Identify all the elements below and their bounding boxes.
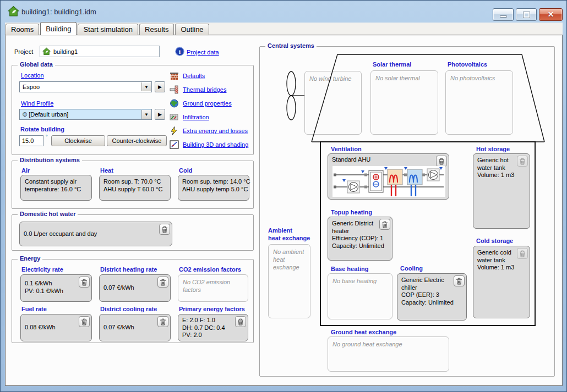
wind-profile-link[interactable]: Wind Profile [21,100,53,107]
cooling-line-1: COP (EER): 3 [401,291,462,299]
fuel-delete-button[interactable] [79,316,90,327]
wind-profile-select[interactable]: © [Default urban] ▼ [19,109,152,120]
tab-outline[interactable]: Outline [175,24,209,35]
building-3d-icon [170,140,179,149]
defaults-icon [170,71,179,80]
ventilation-box[interactable]: Standard AHU [328,153,449,200]
district-heating-delete-button[interactable] [157,277,168,288]
cold-distribution-box[interactable]: Room sup. temp: 14.0 °C AHU supply temp … [178,175,249,201]
cooling-delete-button[interactable] [454,275,465,286]
cooling-box[interactable]: Generic Electric chiller COP (EER): 3 Ca… [397,273,467,321]
cooling-header: Cooling [400,265,423,272]
project-data-link[interactable]: Project data [187,49,219,56]
ground-properties-link[interactable]: Ground properties [183,100,232,107]
infiltration-link[interactable]: Infiltration [183,114,209,120]
electricity-delete-button[interactable] [79,277,90,288]
central-systems-title: Central systems [265,42,317,49]
electricity-line-1: 0.1 €/kWh [25,280,88,288]
rotation-angle-input[interactable] [19,135,43,146]
trash-icon [81,279,88,286]
topup-heating-header: Topup heating [331,209,372,216]
topup-heating-delete-button[interactable] [379,219,390,230]
ambient-heat-exchange-slot[interactable]: No ambient heat exchange [268,244,310,318]
solar-thermal-empty-text: No solar thermal [375,75,420,81]
application-window: building1: building1.idm ✕ Rooms Buildin… [0,0,567,392]
trash-icon [237,318,244,325]
tab-bar: Rooms Building Start simulation Results … [6,23,209,35]
building-3d-row: Building 3D and shading [170,140,248,150]
cold-storage-delete-button[interactable] [517,248,528,259]
trash-icon [160,318,166,325]
minimize-button[interactable] [493,8,514,21]
primary-energy-factors-box[interactable]: E: 2.0 F: 1.0 DH: 0.7 DC: 0.4 PV: 2.0 [178,314,248,341]
tab-building[interactable]: Building [40,22,77,35]
wind-profile-dropdown-arrow-icon[interactable]: ▼ [141,110,151,119]
wind-turbine-empty-text: No wind turbine [309,75,351,82]
title-bar[interactable]: building1: building1.idm ✕ [1,1,566,23]
app-house-icon [8,5,19,17]
ground-heat-exchange-slot[interactable]: No ground heat exchange [328,336,449,372]
location-value: Espoo [23,84,40,90]
project-label: Project [14,48,33,55]
wind-turbine-slot[interactable]: No wind turbine [304,71,362,135]
thermal-bridges-link[interactable]: Thermal bridges [183,86,226,93]
solar-thermal-slot[interactable]: No solar thermal [370,70,438,135]
extra-energy-and-losses-link[interactable]: Extra energy and losses [183,128,248,134]
base-heating-slot[interactable]: No base heating [328,273,392,319]
district-heating-rate-header: District heating rate [100,266,157,273]
air-header: Air [21,167,30,174]
close-button[interactable]: ✕ [539,8,563,21]
building-3d-and-shading-link[interactable]: Building 3D and shading [183,141,248,148]
hot-storage-delete-button[interactable] [517,156,528,167]
domestic-hot-water-title: Domestic hot water [18,211,78,217]
photovoltaics-slot[interactable]: No photovoltaics [445,70,513,135]
dhw-value: 0.0 L/per occupant and day [24,230,97,238]
district-heating-rate-box[interactable]: 0.07 €/kWh [99,274,171,302]
minimize-icon [500,15,507,18]
heat-line-1: Room sup. T: 70.0 °C [103,178,166,186]
wind-profile-expand-button[interactable]: ▶ [155,109,165,120]
counter-clockwise-button[interactable]: Counter-clockwise [107,135,167,146]
tab-start-simulation[interactable]: Start simulation [78,24,138,35]
location-link[interactable]: Location [21,72,44,79]
svg-text:i: i [179,48,181,55]
fuel-rate-box[interactable]: 0.08 €/kWh [20,314,92,341]
electricity-rate-box[interactable]: 0.1 €/kWh PV: 0.1 €/kWh [20,274,92,302]
trash-icon [161,226,168,233]
ventilation-delete-button[interactable] [436,156,447,167]
maximize-icon [524,12,530,18]
co2-emission-factors-box[interactable]: No CO2 emission factors [178,274,248,302]
topup-heating-line-2: Capacity: Unlimited [332,242,388,250]
project-name-field[interactable]: building1 [40,46,160,57]
extra-energy-icon [170,126,179,135]
tab-results[interactable]: Results [139,24,174,35]
cold-storage-box[interactable]: Generic cold water tank Volume: 1 m3 [473,246,530,318]
dhw-delete-button[interactable] [159,224,170,235]
ambient-header-line-1: Ambient [268,227,310,234]
global-data-title: Global data [18,61,55,68]
maximize-button[interactable] [516,8,537,21]
trash-icon [160,279,166,286]
district-cooling-rate-box[interactable]: 0.07 €/kWh [99,314,171,341]
heat-distribution-box[interactable]: Room sup. T: 70.0 °C AHU supply T 60.0 °… [99,175,171,201]
tab-rooms[interactable]: Rooms [6,24,39,35]
hot-storage-box[interactable]: Generic hot water tank Volume: 1 m3 [473,153,530,229]
fuel-rate-value: 0.08 €/kWh [25,324,56,332]
co2-emission-factors-header: CO2 emission factors [179,266,241,273]
degree-unit: ° [46,134,48,140]
location-select[interactable]: Espoo ▼ [19,81,152,92]
hot-storage-detail: Volume: 1 m3 [477,172,526,179]
topup-heating-box[interactable]: Generic District heater Efficiency (COP)… [328,217,392,261]
air-distribution-box[interactable]: Constant supply air temperature: 16.0 °C [20,175,92,201]
location-dropdown-arrow-icon[interactable]: ▼ [141,82,151,91]
primary-energy-delete-button[interactable] [235,316,246,327]
solar-thermal-header: Solar thermal [373,61,411,68]
cold-line-2: AHU supply temp 5.0 °C [182,186,245,194]
domestic-hot-water-box[interactable]: 0.0 L/per occupant and day [19,222,172,246]
wind-turbine-icon [281,70,308,123]
district-cooling-delete-button[interactable] [157,316,168,327]
clockwise-button[interactable]: Clockwise [51,135,105,146]
defaults-link[interactable]: Defaults [183,73,205,79]
location-expand-button[interactable]: ▶ [155,81,165,92]
cooling-line-2: Capacity: Unlimited [401,299,462,307]
